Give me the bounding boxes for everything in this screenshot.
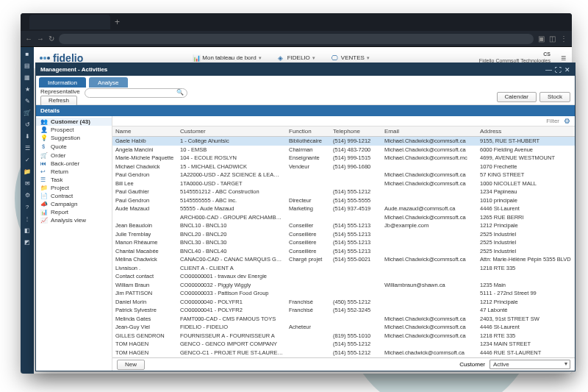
rail-icon[interactable]: ◧ <box>24 227 31 234</box>
maximize-icon[interactable]: ⛶ <box>555 66 562 74</box>
col-telephone[interactable]: Telephone <box>330 126 381 136</box>
cell-telephone: (514) 552-3245 <box>330 305 381 315</box>
brand-dot-icon <box>40 57 43 60</box>
cell-function <box>286 215 330 218</box>
sidebar-item[interactable]: 📄Contract <box>36 192 112 200</box>
sidebar-icon: 📁 <box>40 185 48 191</box>
sidebar-item[interactable]: 🛒Order <box>36 152 112 160</box>
rail-icon[interactable]: ✉ <box>24 179 31 187</box>
tab-information[interactable]: Information <box>39 77 86 88</box>
grid-footer: New Customer Active <box>112 357 575 371</box>
new-button[interactable]: New <box>117 360 145 370</box>
cell-email <box>381 300 477 303</box>
cell-function <box>286 343 330 346</box>
sidebar-item[interactable]: 📣Campaign <box>36 200 112 208</box>
cell-email <box>381 190 477 193</box>
activities-modal: Management - Activities — ⛶ ✕ Informatio… <box>35 63 576 371</box>
lozenge-icon: ◈ <box>278 54 285 62</box>
sidebar-item[interactable]: ↩Return <box>36 168 112 176</box>
rail-icon[interactable]: ▦ <box>24 74 31 81</box>
rail-icon[interactable]: ✎ <box>24 97 31 104</box>
rail-icon[interactable]: 🛒 <box>24 109 31 116</box>
hamburger-icon[interactable]: ≡ <box>561 53 566 63</box>
minimize-icon[interactable]: — <box>545 66 552 74</box>
rail-icon[interactable]: ☰ <box>24 144 31 152</box>
grid-body[interactable]: Gaele Habib1 - Collège AhuntsicBibliothé… <box>112 137 575 357</box>
grid-header: Name Customer Function Telephone Email A… <box>112 126 575 137</box>
chevron-down-icon: ▾ <box>312 55 315 61</box>
forward-icon[interactable]: → <box>37 35 44 43</box>
back-icon[interactable]: ← <box>25 35 32 43</box>
sidebar-item[interactable]: ☰Task <box>36 176 112 184</box>
cell-telephone <box>330 317 381 320</box>
cell-function: Acheteur <box>286 322 330 332</box>
col-customer[interactable]: Customer <box>177 126 286 136</box>
sidebar-item-label: Quote <box>51 143 67 150</box>
stock-button[interactable]: Stock <box>539 92 570 102</box>
cell-name: Aude Mazaud <box>112 204 177 213</box>
rail-icon[interactable]: ★ <box>24 85 31 93</box>
sidebar-item[interactable]: 👤Prospect <box>36 126 112 134</box>
brand-dot-icon <box>47 57 50 60</box>
extension-icon[interactable]: ▣ <box>538 35 545 43</box>
cell-email: Michael.Chadwick@commsoft.mc <box>381 153 477 163</box>
rail-icon[interactable]: ⚙ <box>24 191 31 199</box>
cell-email: Michael.Chadwick@commsoft.ca <box>381 254 477 264</box>
url-bar[interactable] <box>59 34 534 44</box>
close-icon[interactable]: ✕ <box>564 66 570 74</box>
tab-analyse[interactable]: Analyse <box>89 77 127 88</box>
col-name[interactable]: Name <box>112 126 177 136</box>
status-dropdown[interactable]: Active <box>490 360 570 369</box>
col-address[interactable]: Address <box>477 126 575 136</box>
sidebar-item[interactable]: 📁Project <box>36 184 112 192</box>
sidebar-item[interactable]: ⏮Back-order <box>36 160 112 168</box>
grid-filter-row: Filter ⚙ <box>112 116 575 126</box>
calendar-button[interactable]: Calendar <box>497 92 537 102</box>
col-email[interactable]: Email <box>381 126 477 136</box>
rail-icon[interactable]: ⬇ <box>24 132 31 140</box>
extension-icon[interactable]: ◫ <box>549 35 556 43</box>
cell-function <box>286 182 330 185</box>
new-tab-button[interactable]: + <box>115 17 120 27</box>
sidebar-item[interactable]: 👥Customer (43) <box>36 118 112 126</box>
sidebar-item[interactable]: 📊Report <box>36 208 112 216</box>
cell-function <box>286 283 330 286</box>
table-row[interactable]: TOM HAGENGENCO-C1 - PROJET RUE ST-LAUREN… <box>112 349 575 357</box>
representative-search[interactable] <box>85 88 187 98</box>
sidebar-item-label: Customer (43) <box>51 118 90 125</box>
rail-icon[interactable]: ■ <box>24 50 31 57</box>
modal-titlebar: Management - Activities — ⛶ ✕ <box>36 63 575 76</box>
cell-email: Michael.chadwick@commsoft.ca <box>381 348 477 357</box>
cell-email <box>381 275 477 278</box>
rail-icon[interactable]: ◩ <box>24 238 31 246</box>
rail-icon[interactable]: ▤ <box>24 62 31 69</box>
rail-icon[interactable]: 📁 <box>24 168 31 175</box>
col-function[interactable]: Function <box>286 126 330 136</box>
cell-function <box>286 266 330 269</box>
sidebar-item[interactable]: 💡Suggestion <box>36 134 112 142</box>
cell-telephone <box>330 174 381 177</box>
gear-icon[interactable]: ⚙ <box>564 117 570 125</box>
sidebar-item-label: Campaign <box>51 201 77 207</box>
user-code: CS <box>479 51 551 57</box>
sidebar-item[interactable]: ＄Quote <box>36 142 112 152</box>
rail-icon[interactable]: ↺ <box>24 121 31 128</box>
sidebar-item[interactable]: 📈Analysis view <box>36 216 112 224</box>
cell-telephone <box>330 266 381 269</box>
menu-icon[interactable]: ⋮ <box>560 35 567 43</box>
sidebar-icon: 📄 <box>40 193 48 199</box>
cell-telephone <box>330 215 381 218</box>
cell-function <box>286 292 330 295</box>
cell-function <box>286 351 330 354</box>
sidebar-item-label: Project <box>51 185 69 191</box>
cell-name <box>112 215 177 218</box>
browser-tab[interactable] <box>29 15 110 29</box>
refresh-button[interactable]: Refresh <box>40 96 77 106</box>
sidebar-icon: ⏮ <box>40 160 48 167</box>
rail-icon[interactable]: ⋮ <box>24 215 31 222</box>
rail-icon[interactable]: ? <box>24 203 31 210</box>
reload-icon[interactable]: ↻ <box>49 35 54 43</box>
cell-telephone: (514) 555-0021 <box>330 254 381 264</box>
modal-title: Management - Activities <box>40 66 545 73</box>
rail-icon[interactable]: ✓ <box>24 156 31 163</box>
